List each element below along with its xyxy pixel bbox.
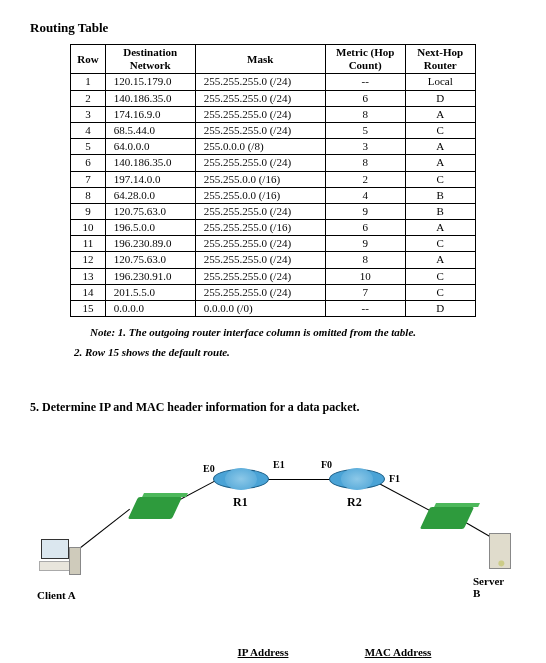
cell-metric: 8 xyxy=(325,252,405,268)
link-r1-r2 xyxy=(265,479,335,480)
cell-mask: 255.255.255.0 (/24) xyxy=(195,268,325,284)
cell-mask: 255.255.255.0 (/24) xyxy=(195,90,325,106)
cell-metric: -- xyxy=(325,301,405,317)
cell-mask: 255.255.255.0 (/24) xyxy=(195,74,325,90)
table-row: 13196.230.91.0255.255.255.0 (/24)10C xyxy=(71,268,475,284)
cell-metric: 2 xyxy=(325,171,405,187)
cell-row: 6 xyxy=(71,155,105,171)
cell-metric: 9 xyxy=(325,203,405,219)
cell-mask: 255.255.255.0 (/24) xyxy=(195,203,325,219)
router-r1-icon xyxy=(213,469,269,489)
table-row: 12120.75.63.0255.255.255.0 (/24)8A xyxy=(71,252,475,268)
router-r2-icon xyxy=(329,469,385,489)
cell-metric: 10 xyxy=(325,268,405,284)
cell-next: D xyxy=(405,90,475,106)
cell-mask: 255.0.0.0 (/8) xyxy=(195,139,325,155)
cell-next: A xyxy=(405,139,475,155)
table-row: 7197.14.0.0255.255.0.0 (/16)2C xyxy=(71,171,475,187)
cell-next: C xyxy=(405,171,475,187)
server-b-icon xyxy=(489,533,511,569)
cell-row: 7 xyxy=(71,171,105,187)
label-r1: R1 xyxy=(233,495,248,510)
cell-dest: 120.75.63.0 xyxy=(105,252,195,268)
switch-2-icon xyxy=(420,507,474,529)
table-row: 3174.16.9.0255.255.255.0 (/24)8A xyxy=(71,106,475,122)
cell-dest: 196.230.91.0 xyxy=(105,268,195,284)
cell-dest: 196.230.89.0 xyxy=(105,236,195,252)
server-b-label: Server B xyxy=(473,575,513,599)
cell-mask: 255.255.255.0 (/24) xyxy=(195,106,325,122)
cell-row: 4 xyxy=(71,122,105,138)
cell-row: 1 xyxy=(71,74,105,90)
table-row: 10196.5.0.0255.255.255.0 (/16)6A xyxy=(71,220,475,236)
cell-metric: -- xyxy=(325,74,405,90)
col-next: Next-HopRouter xyxy=(405,45,475,74)
cell-next: A xyxy=(405,106,475,122)
link-client-sw1 xyxy=(73,509,130,554)
cell-next: A xyxy=(405,252,475,268)
cell-row: 11 xyxy=(71,236,105,252)
label-r2: R2 xyxy=(347,495,362,510)
cell-metric: 5 xyxy=(325,122,405,138)
label-e0: E0 xyxy=(203,463,215,474)
cell-metric: 7 xyxy=(325,284,405,300)
cell-next: C xyxy=(405,284,475,300)
page-title: Routing Table xyxy=(30,20,516,36)
cell-row: 12 xyxy=(71,252,105,268)
cell-mask: 255.255.255.0 (/24) xyxy=(195,252,325,268)
col-mask: Mask xyxy=(195,45,325,74)
addr-header-row: IP Address MAC Address xyxy=(73,645,473,660)
label-f1: F1 xyxy=(389,473,400,484)
cell-mask: 0.0.0.0 (/0) xyxy=(195,301,325,317)
cell-metric: 4 xyxy=(325,187,405,203)
cell-row: 14 xyxy=(71,284,105,300)
cell-row: 15 xyxy=(71,301,105,317)
cell-row: 10 xyxy=(71,220,105,236)
link-r2-sw2 xyxy=(379,483,436,514)
table-row: 11196.230.89.0255.255.255.0 (/24)9C xyxy=(71,236,475,252)
label-f0: F0 xyxy=(321,459,332,470)
cell-dest: 140.186.35.0 xyxy=(105,90,195,106)
cell-metric: 3 xyxy=(325,139,405,155)
cell-next: C xyxy=(405,236,475,252)
table-row: 6140.186.35.0255.255.255.0 (/24)8A xyxy=(71,155,475,171)
client-a-label: Client A xyxy=(37,589,76,601)
cell-dest: 120.15.179.0 xyxy=(105,74,195,90)
cell-dest: 64.0.0.0 xyxy=(105,139,195,155)
cell-next: B xyxy=(405,187,475,203)
cell-next: B xyxy=(405,203,475,219)
client-a-icon xyxy=(41,539,77,579)
cell-dest: 140.186.35.0 xyxy=(105,155,195,171)
cell-dest: 120.75.63.0 xyxy=(105,203,195,219)
cell-mask: 255.255.255.0 (/16) xyxy=(195,220,325,236)
cell-dest: 64.28.0.0 xyxy=(105,187,195,203)
question-5: 5. Determine IP and MAC header informati… xyxy=(30,400,516,415)
table-row: 9120.75.63.0255.255.255.0 (/24)9B xyxy=(71,203,475,219)
note-line-2: 2. Row 15 shows the default route. xyxy=(74,345,516,359)
cell-row: 9 xyxy=(71,203,105,219)
cell-next: C xyxy=(405,268,475,284)
col-row: Row xyxy=(71,45,105,74)
header-mac: MAC Address xyxy=(323,645,473,660)
cell-row: 2 xyxy=(71,90,105,106)
cell-dest: 0.0.0.0 xyxy=(105,301,195,317)
cell-metric: 6 xyxy=(325,220,405,236)
cell-next: A xyxy=(405,155,475,171)
cell-mask: 255.255.255.0 (/24) xyxy=(195,284,325,300)
cell-metric: 8 xyxy=(325,155,405,171)
col-metric: Metric (HopCount) xyxy=(325,45,405,74)
cell-mask: 255.255.255.0 (/24) xyxy=(195,122,325,138)
cell-mask: 255.255.255.0 (/24) xyxy=(195,236,325,252)
cell-metric: 8 xyxy=(325,106,405,122)
label-e1: E1 xyxy=(273,459,285,470)
address-table: IP Address MAC Address Client A172.16.2.… xyxy=(73,645,473,663)
network-diagram: Client A E0 E1 R1 F0 F1 R2 Server B xyxy=(33,435,513,615)
table-row: 150.0.0.00.0.0.0 (/0)--D xyxy=(71,301,475,317)
cell-dest: 197.14.0.0 xyxy=(105,171,195,187)
cell-dest: 68.5.44.0 xyxy=(105,122,195,138)
cell-next: A xyxy=(405,220,475,236)
cell-metric: 9 xyxy=(325,236,405,252)
switch-1-icon xyxy=(128,497,182,519)
cell-metric: 6 xyxy=(325,90,405,106)
cell-next: D xyxy=(405,301,475,317)
